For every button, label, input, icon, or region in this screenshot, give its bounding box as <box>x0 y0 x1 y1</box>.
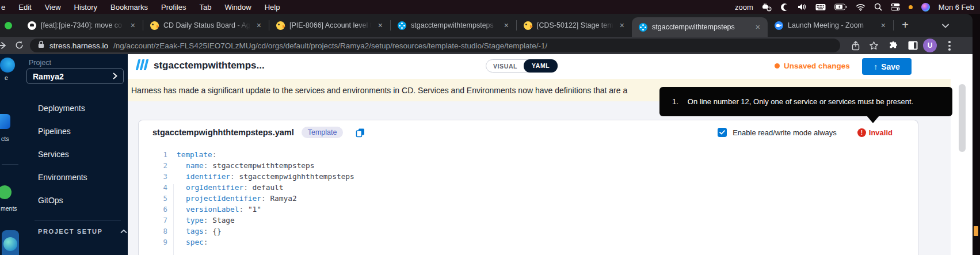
menu-item-bookmarks[interactable]: Bookmarks <box>110 3 148 12</box>
tab-title: [PIE-8066] Account level t <box>289 21 372 29</box>
code-line-4[interactable]: 4orgIdentifier: default <box>139 182 918 193</box>
wifi-icon[interactable] <box>856 3 865 11</box>
tab[interactable]: [PIE-8066] Account level t× <box>269 14 390 37</box>
sidebar-item-services[interactable]: Services <box>38 143 124 166</box>
status-dot-orange <box>909 5 913 9</box>
code-line-3[interactable]: 3identifier: stgacctempwighhthtempsteps <box>139 171 918 182</box>
page-scrollbar-gutter <box>951 54 973 255</box>
template-bars-icon <box>137 59 147 70</box>
yaml-filename: stgacctempwighhthtempsteps.yaml <box>152 128 294 137</box>
tab-close-icon[interactable]: × <box>879 21 887 30</box>
yaml-code-editor[interactable]: 1template:2name: stgacctempwithtempsteps… <box>139 144 918 255</box>
line-content: versionLabel: "1" <box>177 205 261 214</box>
toggle-yaml[interactable]: YAML <box>524 59 558 73</box>
copy-icon[interactable] <box>356 128 365 138</box>
code-line-2[interactable]: 2name: stgacctempwithtempsteps <box>139 160 918 171</box>
tab-title: CD Daily Status Board - Ag <box>163 21 250 29</box>
tab[interactable]: [feat]:[pie-7340]: move co× <box>21 14 143 37</box>
module-home-icon[interactable] <box>0 58 15 73</box>
profile-avatar[interactable]: U <box>923 39 937 52</box>
toggle-visual[interactable]: VISUAL <box>486 63 524 70</box>
zoom-app-menu-label[interactable]: zoom <box>735 3 753 12</box>
tabs: [feat]:[pie-7340]: move co×CD Daily Stat… <box>21 14 894 37</box>
tab-close-icon[interactable]: × <box>129 21 137 30</box>
siri-icon[interactable] <box>921 3 930 12</box>
tab-close-icon[interactable]: × <box>255 21 263 30</box>
project-sidebar: Project Ramya2 DeploymentsPipelinesServi… <box>20 54 128 255</box>
menu-item-profiles[interactable]: Profiles <box>161 3 186 12</box>
readwrite-checkbox-label[interactable]: Enable read/write mode always <box>733 128 837 137</box>
module-divider <box>2 164 18 165</box>
spotlight-icon[interactable] <box>874 3 882 11</box>
extensions-puzzle-icon[interactable] <box>889 41 898 53</box>
new-tab-button[interactable]: + <box>898 18 913 33</box>
tab-active[interactable]: stgacctempwithtempsteps× <box>632 17 768 37</box>
module-home-label[interactable]: e <box>5 74 8 81</box>
tab[interactable]: Launch Meeting - Zoom× <box>768 14 893 37</box>
url-host: stress.harness.io <box>49 41 108 50</box>
menu-item-view[interactable]: View <box>45 3 61 12</box>
tab[interactable]: [CDS-50122] Stage templa× <box>517 14 632 37</box>
keyboard-icon[interactable] <box>815 3 826 11</box>
bird-favicon-icon <box>276 21 285 30</box>
address-bar[interactable]: stress.harness.io/ng/account/zEaak-FLS42… <box>30 39 840 52</box>
crescent-icon[interactable] <box>780 3 789 12</box>
menu-item-edit[interactable]: Edit <box>18 3 31 12</box>
visual-yaml-toggle[interactable]: VISUAL YAML <box>486 59 558 73</box>
error-message: On line number 12, Only one of service o… <box>688 97 913 106</box>
menu-bar-clock[interactable]: Mon 6 Feb <box>939 3 974 12</box>
menu-item-history[interactable]: History <box>74 3 97 12</box>
tab-strip: [feat]:[pie-7340]: move co×CD Daily Stat… <box>0 14 973 37</box>
code-line-9[interactable]: 9spec: <box>139 237 918 248</box>
control-center-icon[interactable] <box>891 3 900 11</box>
project-name: Ramya2 <box>33 72 64 81</box>
forward-icon[interactable] <box>0 40 7 53</box>
code-line-5[interactable]: 5projectIdentifier: Ramya2 <box>139 193 918 204</box>
module-deployments-label[interactable]: ments <box>1 205 17 212</box>
code-line-6[interactable]: 6versionLabel: "1" <box>139 204 918 215</box>
volume-icon[interactable] <box>798 3 807 11</box>
module-projects-icon[interactable] <box>0 114 10 129</box>
sidebar-section-project-setup[interactable]: PROJECT SETUP <box>38 228 130 235</box>
tab-close-icon[interactable]: × <box>754 22 762 32</box>
save-button[interactable]: ↑Save <box>862 58 912 75</box>
sidebar-item-pipelines[interactable]: Pipelines <box>38 120 124 143</box>
invalid-status-badge[interactable]: !Invalid <box>857 128 893 137</box>
code-line-1[interactable]: 1template: <box>139 149 918 160</box>
docker-update-icon[interactable] <box>762 3 772 12</box>
menu-item-tab[interactable]: Tab <box>199 3 211 12</box>
share-icon[interactable] <box>851 41 860 53</box>
unsaved-dot <box>775 63 780 68</box>
tab[interactable]: stgacctempwithtempsteps× <box>391 14 516 37</box>
traffic-light-green[interactable] <box>5 22 12 29</box>
menu-item-window[interactable]: Window <box>224 3 251 12</box>
reload-icon[interactable] <box>14 40 24 52</box>
side-panel-icon[interactable] <box>908 41 918 52</box>
tab-close-icon[interactable]: × <box>502 21 510 30</box>
readwrite-checkbox[interactable] <box>718 128 727 137</box>
module-projects-label[interactable]: cts <box>1 135 9 142</box>
zoomapp-favicon-icon <box>775 21 783 30</box>
lock-icon[interactable] <box>38 40 44 51</box>
browser-menu-kebab-icon[interactable] <box>948 41 951 52</box>
project-selector[interactable]: Ramya2 <box>26 68 124 84</box>
module-nav-strip: e cts ments <box>0 54 20 255</box>
studio-body: stgacctempwighhthtempsteps.yaml Template… <box>128 101 951 255</box>
menu-item-help[interactable]: Help <box>265 3 280 12</box>
tab-close-icon[interactable]: × <box>618 21 626 30</box>
tab-search-chevron-icon[interactable] <box>941 21 950 31</box>
tab-close-icon[interactable]: × <box>376 21 384 30</box>
code-line-7[interactable]: 7type: Stage <box>139 215 918 226</box>
menu-item-e[interactable]: e <box>1 3 5 12</box>
sidebar-item-deployments[interactable]: Deployments <box>38 97 124 120</box>
module-deployments-icon[interactable] <box>0 185 12 199</box>
tab[interactable]: CD Daily Status Board - Ag× <box>143 14 269 37</box>
scrollbar-thumb[interactable] <box>959 84 966 152</box>
bird-favicon-icon <box>150 21 159 30</box>
macos-menu-bar: eEditViewHistoryBookmarksProfilesTabWind… <box>0 0 980 14</box>
sidebar-item-gitops[interactable]: GitOps <box>38 189 124 212</box>
bookmark-star-icon[interactable] <box>869 41 879 53</box>
module-selected-tile[interactable] <box>2 230 19 255</box>
code-line-8[interactable]: 8tags: {} <box>139 226 918 237</box>
sidebar-item-environments[interactable]: Environments <box>38 166 124 189</box>
